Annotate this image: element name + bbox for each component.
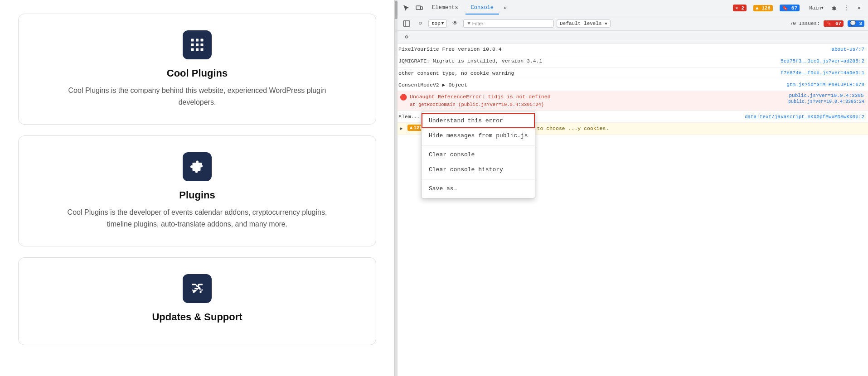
log-link-error-1[interactable]: public.js?ver=10.0.4:3395 [789, 93, 863, 98]
log-entry-error: 🔴 Uncaught ReferenceError: tldjs is not … [395, 91, 868, 111]
cool-plugins-icon-wrapper [183, 30, 212, 59]
svg-rect-4 [196, 43, 199, 46]
issues-count: 70 Issues: 🔖 67 💬 3 [790, 20, 864, 26]
devtools-top-toolbar: Elements Console » ✕ 2 ▲ 126 🔖 67 Main ▼ [395, 0, 868, 16]
tab-elements[interactable]: Elements [427, 2, 464, 14]
cool-plugins-title: Cool Plugins [167, 67, 228, 79]
log-link-3[interactable]: f7e874e……f9cb.js?ver=4a9e9:1 [781, 70, 864, 76]
close-devtools-icon[interactable]: ✕ [853, 3, 864, 14]
svg-rect-2 [201, 39, 204, 42]
log-link-6[interactable]: data:text/javascript…nKX0pfSwxMDAwKX0p:2 [745, 114, 864, 120]
log-text-2: JQMIGRATE: Migrate is installed, version… [398, 57, 778, 65]
error-badge[interactable]: ✕ 2 [733, 5, 747, 11]
log-link-error-2[interactable]: public.js?ver=10.0.4:3395:24 [788, 99, 864, 104]
context-menu-item-clear-console[interactable]: Clear console [422, 147, 535, 162]
warning-expand-arrow[interactable]: ▶ [400, 125, 403, 131]
inspect-icon[interactable] [401, 3, 412, 14]
svg-rect-5 [201, 43, 204, 46]
filter-funnel-icon: ▼ [467, 21, 470, 26]
devtools-scrollbar[interactable] [395, 0, 398, 376]
levels-dropdown-arrow: ▼ [605, 22, 607, 26]
log-entry-consentmode: ConsentModeV2 ▶ Object gtm.js?id=GTM-P98… [395, 79, 868, 91]
more-options-icon[interactable]: ⋮ [841, 3, 852, 14]
handshake-icon [189, 280, 205, 297]
svg-rect-3 [191, 43, 194, 46]
filter-input[interactable] [472, 21, 550, 26]
updates-support-card: Updates & Support [18, 257, 376, 345]
issues-badge-toolbar[interactable]: 🔖 67 [780, 5, 800, 11]
svg-rect-12 [421, 7, 422, 10]
building-icon [189, 37, 205, 53]
svg-rect-7 [196, 48, 199, 51]
context-menu-separator-2 [422, 179, 535, 179]
log-link-4[interactable]: gtm.js?id=GTM-P98LJPLH:679 [786, 82, 864, 87]
log-text-error: Uncaught ReferenceError: tldjs is not de… [410, 93, 786, 109]
updates-support-icon-wrapper [183, 274, 212, 303]
context-menu-item-clear-history[interactable]: Clear console history [422, 162, 535, 177]
svg-point-9 [199, 291, 202, 294]
svg-rect-1 [196, 39, 199, 42]
filter-input-wrap[interactable]: ▼ [463, 19, 554, 28]
svg-point-10 [193, 291, 195, 294]
tab-console[interactable]: Console [466, 2, 499, 14]
log-text-1: PixelYourSite Free version 10.0.4 [398, 45, 829, 53]
updates-support-title: Updates & Support [152, 311, 242, 323]
log-text-3: other consent type, no cookie warning [398, 69, 778, 77]
gear-row: ⚙ [395, 31, 868, 43]
svg-rect-11 [416, 6, 421, 10]
svg-rect-6 [191, 48, 194, 51]
main-dropdown-arrow: ▼ [821, 6, 824, 10]
eye-icon[interactable]: 👁 [450, 18, 461, 29]
top-dropdown-arrow: ▼ [441, 21, 444, 26]
context-menu-item-hide-messages[interactable]: Hide messages from public.js [422, 128, 535, 143]
gear-settings-icon[interactable]: ⚙ [401, 32, 412, 43]
left-panel: Cool Plugins Cool Plugins is the company… [0, 0, 394, 376]
error-circle-icon: 🔴 [400, 94, 407, 101]
log-link-2[interactable]: 5cd75f3……3cc0.js?ver=ad285:2 [781, 58, 864, 64]
log-entry-jqmigrate: JQMIGRATE: Migrate is installed, version… [395, 55, 868, 67]
settings-icon[interactable] [828, 3, 839, 14]
context-menu-item-understand-error[interactable]: Understand this error [422, 113, 535, 128]
context-menu: Understand this error Hide messages from… [421, 111, 535, 198]
devtools-panel: Elements Console » ✕ 2 ▲ 126 🔖 67 Main ▼ [394, 0, 868, 376]
log-entry-pixelyoursite: PixelYourSite Free version 10.0.4 about-… [395, 43, 868, 55]
block-icon[interactable]: ⊘ [415, 18, 426, 29]
issues-blue-badge[interactable]: 💬 3 [848, 20, 864, 27]
default-levels-dropdown[interactable]: Default levels ▼ [557, 19, 610, 28]
log-entry-consent: other consent type, no cookie warning f7… [395, 67, 868, 79]
plugins-icon-wrapper [183, 152, 212, 181]
tab-more[interactable]: » [501, 3, 509, 13]
main-dropdown[interactable]: Main ▼ [806, 3, 826, 14]
console-log-area: PixelYourSite Free version 10.0.4 about-… [395, 43, 868, 376]
svg-rect-8 [201, 48, 204, 51]
plugins-card: Plugins Cool Plugins is the developer of… [18, 135, 376, 246]
top-dropdown[interactable]: top ▼ [428, 19, 447, 28]
context-menu-item-save-as[interactable]: Save as… [422, 181, 535, 196]
context-menu-separator-1 [422, 145, 535, 145]
device-emulation-icon[interactable] [414, 3, 425, 14]
log-text-4: ConsentModeV2 ▶ Object [398, 81, 784, 89]
error-icon-x: ✕ [735, 5, 738, 11]
devtools-second-toolbar: ⊘ top ▼ 👁 ▼ Default levels ▼ 70 Issues: … [395, 16, 868, 31]
log-link-1[interactable]: about-us/:7 [831, 47, 864, 52]
cool-plugins-desc: Cool Plugins is the company behind this … [61, 85, 333, 108]
plugins-desc: Cool Plugins is the developer of events … [61, 207, 333, 230]
warning-badge[interactable]: ▲ 126 [753, 5, 773, 11]
cool-plugins-card: Cool Plugins Cool Plugins is the company… [18, 14, 376, 125]
svg-rect-0 [191, 39, 194, 42]
puzzle-icon [189, 159, 205, 175]
sidebar-icon[interactable] [401, 18, 412, 29]
issues-red-badge[interactable]: 🔖 67 [824, 20, 844, 27]
plugins-title: Plugins [179, 189, 215, 201]
svg-rect-13 [403, 21, 410, 26]
